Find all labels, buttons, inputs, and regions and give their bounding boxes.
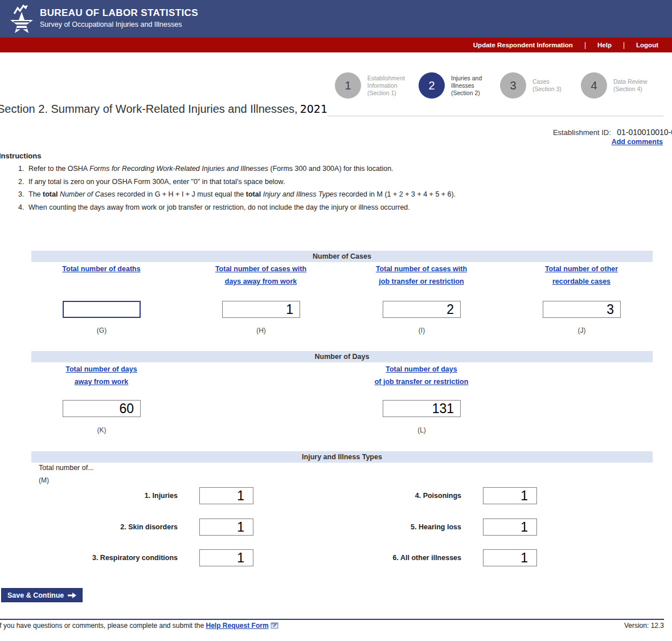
help-request-form-link[interactable]: Help Request Form — [206, 622, 269, 630]
respiratory-conditions-input[interactable] — [199, 549, 253, 566]
column-letter-h: (H) — [222, 326, 300, 334]
days-away-link-line2[interactable]: away from work — [16, 375, 187, 388]
instruction-item: If any total is zero on your OSHA Form 3… — [26, 178, 663, 186]
types-intro: Total number of... — [39, 464, 94, 472]
arrow-right-icon — [68, 593, 76, 598]
total-deaths-link[interactable]: Total number of deaths — [16, 263, 187, 275]
instruction-item: The total Number of Cases recorded in G … — [26, 190, 663, 199]
establishment-id-label: Establishment ID: — [553, 128, 611, 137]
poisonings-input[interactable] — [483, 487, 537, 504]
other-recordable-column-header: Total number of other recordable cases — [496, 263, 667, 288]
days-away-column-header: Total number of days away from work — [16, 363, 187, 388]
respiratory-conditions-label: 3. Respiratory conditions — [34, 549, 178, 566]
external-link-icon — [271, 622, 278, 629]
step-4-circle: 4 — [581, 72, 607, 99]
job-transfer-cases-column-header: Total number of cases with job transfer … — [336, 263, 507, 288]
save-continue-button[interactable]: Save & Continue — [1, 588, 83, 602]
step-data-review[interactable]: 4 Data Review(Section 4) — [581, 72, 648, 99]
days-away-cases-column-header: Total number of cases with days away fro… — [175, 263, 346, 288]
step-2-label: Injuries andIllnesses(Section 2) — [451, 75, 482, 97]
cases-days-away-input[interactable] — [222, 301, 300, 318]
days-job-transfer-column-header: Total number of days of job transfer or … — [336, 363, 507, 388]
step-2-circle: 2 — [419, 72, 445, 99]
step-injuries-illnesses[interactable]: 2 Injuries andIllnesses(Section 2) — [419, 72, 482, 99]
footer-divider — [0, 619, 664, 620]
hearing-loss-input[interactable] — [483, 518, 537, 536]
cases-job-transfer-link-line2[interactable]: job transfer or restriction — [336, 275, 507, 288]
column-letter-g: (G) — [63, 326, 141, 334]
days-away-link-line1[interactable]: Total number of days — [16, 363, 187, 375]
instructions-list: Refer to the OSHA Forms for Recording Wo… — [14, 165, 663, 216]
step-3-label: Cases(Section 3) — [532, 78, 562, 93]
column-letter-j: (J) — [543, 326, 621, 334]
hearing-loss-label: 5. Hearing loss — [318, 518, 461, 536]
bls-logo — [10, 4, 36, 34]
skin-disorders-input[interactable] — [199, 518, 253, 536]
step-1-circle: 1 — [335, 72, 361, 99]
cases-job-transfer-input[interactable] — [383, 301, 461, 318]
days-away-input[interactable] — [63, 400, 141, 417]
other-recordable-link-line1[interactable]: Total number of other — [496, 263, 667, 275]
days-job-transfer-input[interactable] — [383, 400, 461, 417]
number-of-days-header: Number of Days — [31, 351, 653, 362]
establishment-id-row: Establishment ID: 01-010010010-0 — [553, 127, 672, 137]
instruction-item: When counting the days away from work or… — [26, 203, 663, 212]
injury-illness-types-header: Injury and Illness Types — [31, 451, 653, 463]
other-recordable-input[interactable] — [543, 301, 621, 318]
version-label: Version: 12.3 — [624, 622, 664, 630]
step-cases[interactable]: 3 Cases(Section 3) — [500, 72, 562, 99]
instruction-item: Refer to the OSHA Forms for Recording Wo… — [26, 165, 663, 173]
other-recordable-link-line2[interactable]: recordable cases — [496, 275, 667, 288]
step-establishment-information[interactable]: 1 EstablishmentInformation(Section 1) — [335, 72, 405, 99]
cases-days-away-link-line1[interactable]: Total number of cases with — [175, 263, 346, 275]
cases-days-away-link-line2[interactable]: days away from work — [175, 275, 346, 288]
nav-separator: | — [623, 41, 625, 49]
injuries-label: 1. Injuries — [34, 487, 178, 504]
step-3-circle: 3 — [500, 72, 526, 99]
total-deaths-input[interactable] — [63, 301, 141, 318]
title-divider — [327, 116, 663, 116]
survey-year: 2021 — [300, 103, 327, 115]
footer-help-text: If you have questions or comments, pleas… — [0, 622, 278, 630]
step-4-label: Data Review(Section 4) — [613, 78, 648, 93]
cases-job-transfer-link-line1[interactable]: Total number of cases with — [336, 263, 507, 275]
add-comments-link[interactable]: Add comments — [612, 138, 663, 146]
step-1-label: EstablishmentInformation(Section 1) — [367, 75, 405, 97]
page: BUREAU OF LABOR STATISTICS Survey of Occ… — [0, 0, 672, 641]
instructions-heading: Instructions — [0, 152, 41, 160]
app-header: BUREAU OF LABOR STATISTICS Survey of Occ… — [0, 0, 672, 38]
all-other-illnesses-label: 6. All other illnesses — [318, 549, 461, 566]
column-letter-k: (K) — [63, 426, 141, 434]
survey-subtitle: Survey of Occupational Injuries and Illn… — [40, 21, 182, 28]
deaths-column-header: Total number of deaths — [16, 263, 187, 275]
page-title: Section 2. Summary of Work-Related Injur… — [0, 103, 327, 116]
skin-disorders-label: 2. Skin disorders — [34, 518, 178, 536]
column-letter-i: (I) — [383, 326, 461, 334]
days-job-transfer-link-line1[interactable]: Total number of days — [336, 363, 507, 375]
column-letter-l: (L) — [383, 426, 461, 434]
poisonings-label: 4. Poisonings — [318, 487, 461, 504]
days-job-transfer-link-line2[interactable]: of job transfer or restriction — [336, 375, 507, 388]
logout-link[interactable]: Logout — [636, 42, 658, 48]
column-letter-m: (M) — [39, 476, 49, 484]
update-respondent-link[interactable]: Update Respondent Information — [473, 42, 573, 48]
injuries-input[interactable] — [199, 487, 253, 504]
help-link[interactable]: Help — [597, 42, 612, 48]
number-of-cases-header: Number of Cases — [31, 251, 653, 262]
all-other-illnesses-input[interactable] — [483, 549, 537, 566]
establishment-id-value: 01-010010010-0 — [617, 128, 672, 137]
utility-nav: Update Respondent Information | Help | L… — [0, 38, 672, 52]
nav-separator: | — [584, 41, 586, 49]
agency-title: BUREAU OF LABOR STATISTICS — [40, 7, 198, 19]
